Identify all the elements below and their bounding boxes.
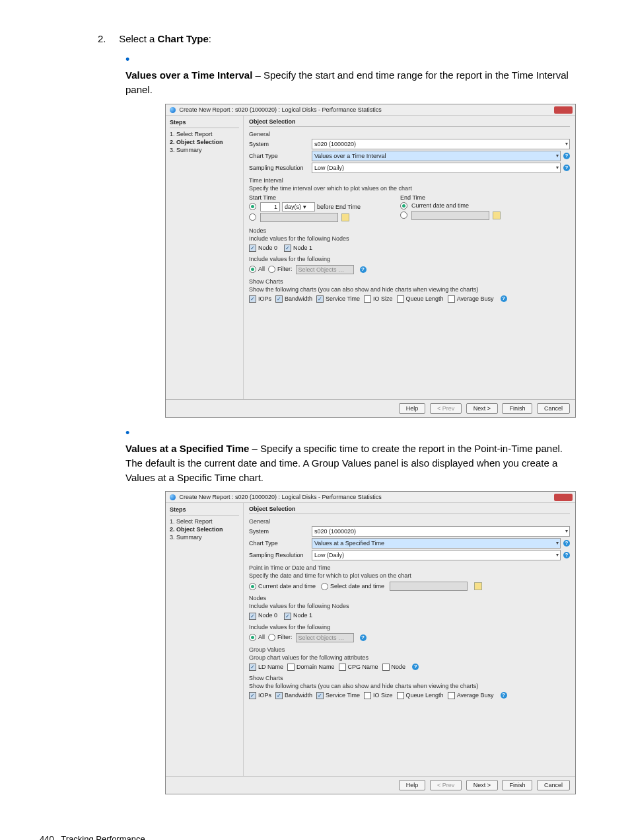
start-unit-select[interactable]: day(s) ▾	[282, 202, 315, 211]
chart-type-label: Chart Type	[249, 153, 312, 159]
queue-length-checkbox[interactable]	[397, 692, 404, 699]
avg-busy-checkbox[interactable]	[448, 295, 455, 303]
bandwidth-checkbox[interactable]	[275, 295, 283, 303]
chevron-down-icon: ▾	[565, 527, 568, 535]
calendar-icon[interactable]	[341, 213, 349, 221]
close-icon[interactable]	[554, 106, 573, 114]
filter-objects-input[interactable]: Select Objects …	[296, 265, 354, 274]
filter-objects-input[interactable]: Select Objects …	[296, 633, 354, 642]
step-item-2[interactable]: 2. Object Selection	[170, 525, 239, 533]
prev-button[interactable]: < Prev	[430, 780, 462, 790]
step-item-3[interactable]: 3. Summary	[170, 533, 239, 541]
step-text-c: :	[209, 33, 211, 44]
prev-button[interactable]: < Prev	[430, 403, 462, 414]
chart-type-select[interactable]: Values at a Specified Time▾	[312, 538, 561, 549]
step-item-2[interactable]: 2. Object Selection	[170, 138, 239, 146]
general-header: General	[249, 131, 570, 137]
system-label: System	[249, 528, 312, 535]
start-date-input[interactable]	[260, 213, 338, 222]
show-charts-header: Show Charts	[249, 278, 570, 285]
pit-header: Point in Time or Date and Time	[249, 564, 570, 571]
step-item-1[interactable]: 1. Select Report	[170, 517, 239, 525]
steps-header: Steps	[170, 118, 239, 128]
iops-checkbox[interactable]	[249, 295, 256, 303]
pit-current-radio[interactable]	[249, 583, 256, 590]
node0-checkbox[interactable]	[249, 245, 256, 252]
content-title: Object Selection	[249, 506, 570, 514]
node1-checkbox[interactable]	[284, 245, 291, 252]
service-time-checkbox[interactable]	[316, 692, 324, 699]
time-interval-note: Specify the time interval over which to …	[249, 185, 570, 192]
calendar-icon[interactable]	[474, 582, 482, 590]
info-icon[interactable]: ?	[501, 692, 507, 699]
titlebar[interactable]: Create New Report : s020 (1000020) : Log…	[166, 104, 575, 116]
node-checkbox[interactable]	[382, 664, 390, 671]
next-button[interactable]: Next >	[466, 403, 498, 414]
start-value-input[interactable]: 1	[260, 202, 280, 211]
info-icon[interactable]: ?	[360, 634, 367, 641]
start-absolute-radio[interactable]	[249, 213, 256, 221]
info-icon[interactable]: ?	[412, 664, 419, 670]
info-icon[interactable]: ?	[501, 295, 507, 302]
info-icon[interactable]: ?	[563, 165, 570, 171]
cancel-button[interactable]: Cancel	[537, 780, 570, 790]
filter-filter-radio[interactable]	[268, 266, 275, 273]
show-charts-note: Show the following charts (you can also …	[249, 683, 570, 689]
step-item-1[interactable]: 1. Select Report	[170, 130, 239, 138]
domainname-checkbox[interactable]	[287, 664, 295, 671]
nodes-header: Nodes	[249, 227, 570, 234]
node1-checkbox[interactable]	[284, 613, 291, 620]
sampling-select[interactable]: Low (Daily)▾	[312, 163, 561, 173]
finish-button[interactable]: Finish	[502, 403, 532, 414]
cpgname-checkbox[interactable]	[339, 664, 346, 671]
io-size-checkbox[interactable]	[364, 295, 371, 303]
titlebar[interactable]: Create New Report : s020 (1000020) : Log…	[166, 492, 575, 503]
step-text-b: Chart Type	[158, 33, 209, 44]
node0-checkbox[interactable]	[249, 613, 256, 620]
start-relative-radio[interactable]	[249, 203, 256, 210]
cancel-button[interactable]: Cancel	[537, 403, 570, 414]
info-icon[interactable]: ?	[563, 153, 570, 159]
finish-button[interactable]: Finish	[502, 780, 532, 790]
iops-checkbox[interactable]	[249, 692, 256, 699]
service-time-checkbox[interactable]	[316, 295, 324, 303]
ldname-checkbox[interactable]	[249, 664, 256, 671]
avg-busy-checkbox[interactable]	[448, 692, 455, 699]
general-header: General	[249, 518, 570, 525]
close-icon[interactable]	[554, 494, 573, 501]
bullet1-title: Values over a Time Interval	[125, 69, 252, 81]
filter-all-radio[interactable]	[249, 266, 256, 273]
filter-filter-radio[interactable]	[268, 634, 275, 641]
next-button[interactable]: Next >	[466, 780, 498, 790]
step-item-3[interactable]: 3. Summary	[170, 146, 239, 154]
end-current-radio[interactable]	[400, 202, 407, 210]
chevron-down-icon: ▾	[556, 164, 559, 172]
end-time-label: End Time	[400, 194, 501, 201]
show-charts-note: Show the following charts (you can also …	[249, 286, 570, 293]
chart-type-label: Chart Type	[249, 540, 312, 547]
filter-all-radio[interactable]	[249, 634, 256, 641]
bullet-specified-time: • Values at a Specified Time – Specify a…	[125, 424, 590, 484]
help-button[interactable]: Help	[399, 403, 426, 414]
sampling-select[interactable]: Low (Daily)▾	[312, 550, 561, 560]
calendar-icon[interactable]	[493, 211, 501, 219]
end-absolute-radio[interactable]	[400, 211, 407, 219]
chart-type-select[interactable]: Values over a Time Interval▾	[312, 151, 561, 161]
info-icon[interactable]: ?	[360, 266, 367, 273]
system-label: System	[249, 141, 312, 147]
steps-sidebar: Steps 1. Select Report 2. Object Selecti…	[166, 116, 244, 399]
pit-date-input[interactable]	[390, 582, 468, 591]
info-icon[interactable]: ?	[563, 552, 570, 558]
bandwidth-checkbox[interactable]	[275, 692, 283, 699]
help-button[interactable]: Help	[399, 780, 426, 790]
app-icon	[170, 494, 176, 500]
page-footer: 440 Tracking Performance	[40, 834, 590, 840]
info-icon[interactable]: ?	[563, 540, 570, 547]
steps-sidebar: Steps 1. Select Report 2. Object Selecti…	[166, 503, 244, 775]
system-select[interactable]: s020 (1000020)▾	[312, 526, 570, 537]
system-select[interactable]: s020 (1000020)▾	[312, 139, 570, 149]
end-date-input[interactable]	[411, 211, 489, 220]
pit-select-radio[interactable]	[321, 583, 328, 590]
io-size-checkbox[interactable]	[364, 692, 371, 699]
queue-length-checkbox[interactable]	[397, 295, 404, 303]
